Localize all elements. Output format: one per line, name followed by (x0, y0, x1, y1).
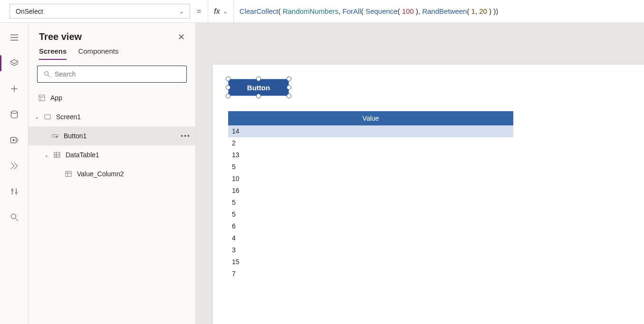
resize-handle[interactable] (287, 94, 291, 98)
media-icon[interactable] (5, 134, 24, 146)
search-field[interactable] (55, 70, 181, 78)
tree-panel: Tree view ✕ Screens Components App ⌄ Scr… (29, 23, 196, 324)
tree-title: Tree view (39, 31, 82, 42)
svg-rect-16 (39, 95, 45, 101)
svg-rect-21 (54, 152, 60, 158)
svg-point-14 (45, 72, 48, 76)
power-automate-icon[interactable] (5, 160, 24, 172)
svg-point-11 (15, 192, 17, 193)
resize-handle[interactable] (226, 94, 231, 98)
tree-item-datatable1[interactable]: ⌄ DataTable1 (29, 145, 195, 164)
fx-button[interactable]: fx ⌄ (208, 0, 233, 22)
datatable-icon (52, 151, 62, 159)
resize-handle[interactable] (287, 76, 291, 81)
resize-handle[interactable] (256, 94, 261, 98)
table-row[interactable]: 4 (228, 232, 513, 244)
svg-line-13 (15, 219, 18, 221)
data-icon[interactable] (5, 108, 24, 121)
canvas-area[interactable]: Button Value 142135101655643157 (196, 23, 644, 324)
tree-item-label: App (50, 94, 62, 102)
tree-item-app[interactable]: App (29, 88, 195, 107)
resize-handle[interactable] (226, 85, 231, 90)
more-icon[interactable]: ••• (181, 132, 191, 140)
canvas-datatable1[interactable]: Value 142135101655643157 (228, 111, 513, 280)
tab-screens[interactable]: Screens (39, 47, 67, 60)
close-icon[interactable]: ✕ (178, 32, 185, 42)
tree-item-label: Screen1 (56, 113, 81, 121)
chevron-down-icon: ⌄ (43, 152, 49, 158)
svg-point-12 (11, 214, 16, 219)
screen-icon (43, 113, 52, 121)
table-row[interactable]: 7 (228, 268, 513, 280)
formula-bar: OnSelect ⌄ = fx ⌄ ClearCollect( RandomNu… (0, 0, 644, 23)
svg-line-15 (48, 75, 50, 77)
table-row[interactable]: 3 (228, 244, 513, 256)
fx-label: fx (214, 7, 220, 16)
table-row[interactable]: 5 (228, 161, 513, 173)
equals-label: = (190, 0, 208, 22)
tree-list: App ⌄ Screen1 Button1 ••• ⌄ DataTable1 V… (29, 88, 195, 324)
search-input[interactable] (37, 66, 187, 83)
formula-input[interactable]: ClearCollect( RandomNumbers, ForAll( Seq… (234, 0, 644, 22)
table-row[interactable]: 10 (228, 173, 513, 185)
tree-item-label: Button1 (64, 132, 87, 140)
table-row[interactable]: 14 (228, 125, 513, 137)
datatable-header[interactable]: Value (228, 111, 513, 125)
insert-icon[interactable] (5, 83, 24, 95)
table-row[interactable]: 5 (228, 197, 513, 209)
chevron-down-icon: ⌄ (179, 8, 184, 15)
chevron-down-icon: ⌄ (223, 8, 228, 15)
tree-item-button1[interactable]: Button1 ••• (29, 126, 195, 145)
table-row[interactable]: 2 (228, 137, 513, 149)
property-selector[interactable]: OnSelect ⌄ (10, 4, 190, 19)
button-label: Button (247, 84, 270, 92)
button-icon (50, 132, 60, 140)
svg-point-6 (11, 111, 17, 114)
column-icon (64, 170, 73, 178)
tree-item-screen1[interactable]: ⌄ Screen1 (29, 107, 195, 126)
svg-rect-25 (66, 172, 71, 177)
tree-item-label: Value_Column2 (77, 170, 124, 178)
table-row[interactable]: 15 (228, 256, 513, 268)
table-row[interactable]: 6 (228, 220, 513, 232)
resize-handle[interactable] (226, 76, 231, 81)
search-icon[interactable] (5, 211, 24, 223)
tree-item-value-column2[interactable]: Value_Column2 (29, 164, 195, 183)
tab-components[interactable]: Components (78, 47, 118, 60)
screen-canvas[interactable]: Button Value 142135101655643157 (213, 65, 644, 324)
svg-rect-19 (45, 114, 50, 119)
tree-view-icon[interactable] (5, 57, 24, 69)
canvas-button1[interactable]: Button (228, 79, 289, 96)
chevron-down-icon: ⌄ (33, 114, 40, 120)
search-icon (43, 70, 51, 78)
resize-handle[interactable] (287, 85, 291, 90)
svg-point-9 (11, 190, 13, 191)
table-row[interactable]: 16 (228, 185, 513, 197)
left-rail (0, 23, 29, 324)
property-selector-value: OnSelect (16, 8, 43, 15)
table-row[interactable]: 5 (228, 209, 513, 220)
table-row[interactable]: 13 (228, 149, 513, 161)
svg-marker-3 (10, 60, 18, 64)
app-icon (37, 94, 47, 102)
hamburger-icon[interactable] (5, 31, 24, 44)
settings-icon[interactable] (5, 185, 24, 198)
tree-item-label: DataTable1 (66, 151, 99, 159)
resize-handle[interactable] (256, 76, 261, 81)
